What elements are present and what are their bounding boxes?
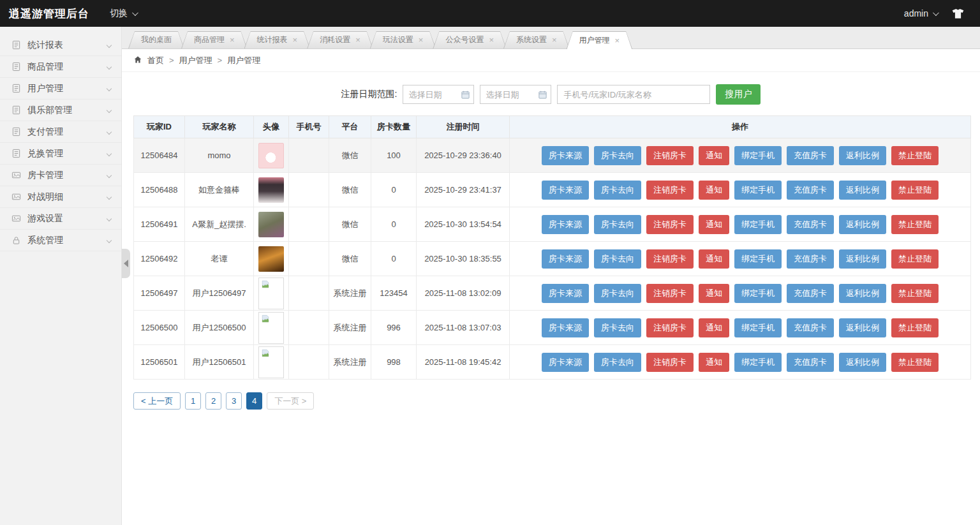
theme-shirt-icon[interactable] [951, 8, 965, 19]
action-禁止登陆-button[interactable]: 禁止登陆 [891, 181, 939, 200]
sidebar-item-兑换管理[interactable]: 兑换管理 [0, 143, 121, 165]
close-icon[interactable]: × [355, 36, 360, 44]
action-绑定手机-button[interactable]: 绑定手机 [734, 249, 782, 269]
action-房卡来源-button[interactable]: 房卡来源 [542, 353, 589, 372]
breadcrumb-item[interactable]: 用户管理 [227, 55, 260, 66]
sidebar-item-系统管理[interactable]: 系统管理 [0, 230, 121, 251]
action-返利比例-button[interactable]: 返利比例 [839, 353, 886, 372]
pagination-page-2[interactable]: 2 [205, 392, 221, 410]
action-充值房卡-button[interactable]: 充值房卡 [787, 284, 834, 303]
action-绑定手机-button[interactable]: 绑定手机 [734, 353, 782, 372]
pagination-page-3[interactable]: 3 [226, 392, 242, 410]
action-禁止登陆-button[interactable]: 禁止登陆 [891, 284, 939, 303]
action-禁止登陆-button[interactable]: 禁止登陆 [891, 353, 939, 372]
action-绑定手机-button[interactable]: 绑定手机 [734, 181, 782, 200]
action-充值房卡-button[interactable]: 充值房卡 [787, 249, 834, 269]
action-禁止登陆-button[interactable]: 禁止登陆 [891, 249, 939, 269]
action-返利比例-button[interactable]: 返利比例 [839, 318, 886, 337]
action-返利比例-button[interactable]: 返利比例 [839, 215, 886, 234]
sidebar-item-统计报表[interactable]: 统计报表 [0, 34, 121, 56]
action-返利比例-button[interactable]: 返利比例 [839, 249, 886, 269]
breadcrumb-item[interactable]: 首页 [147, 55, 164, 66]
action-房卡来源-button[interactable]: 房卡来源 [542, 181, 589, 200]
action-注销房卡-button[interactable]: 注销房卡 [646, 215, 694, 234]
close-icon[interactable]: × [489, 36, 494, 44]
action-注销房卡-button[interactable]: 注销房卡 [646, 284, 694, 303]
close-icon[interactable]: × [419, 36, 424, 44]
action-禁止登陆-button[interactable]: 禁止登陆 [891, 215, 939, 234]
close-icon[interactable]: × [293, 36, 298, 44]
action-房卡来源-button[interactable]: 房卡来源 [542, 215, 589, 234]
switch-menu[interactable]: 切换 [110, 8, 137, 19]
tab-系统设置[interactable]: 系统设置× [503, 31, 570, 48]
action-房卡去向-button[interactable]: 房卡去向 [594, 353, 641, 372]
tab-商品管理[interactable]: 商品管理× [181, 31, 248, 48]
close-icon[interactable]: × [552, 36, 557, 44]
action-充值房卡-button[interactable]: 充值房卡 [787, 181, 834, 200]
sidebar-item-房卡管理[interactable]: 房卡管理 [0, 165, 121, 186]
action-注销房卡-button[interactable]: 注销房卡 [646, 249, 694, 269]
calendar-icon[interactable] [461, 90, 470, 102]
date-start-field[interactable] [403, 85, 474, 104]
action-充值房卡-button[interactable]: 充值房卡 [787, 318, 834, 337]
action-充值房卡-button[interactable]: 充值房卡 [787, 215, 834, 234]
close-icon[interactable]: × [615, 36, 620, 45]
action-房卡来源-button[interactable]: 房卡来源 [542, 146, 589, 165]
action-通知-button[interactable]: 通知 [699, 146, 729, 165]
action-通知-button[interactable]: 通知 [699, 249, 729, 269]
action-通知-button[interactable]: 通知 [699, 284, 729, 303]
sidebar-collapse-handle[interactable] [122, 249, 130, 278]
pagination-prev-button[interactable]: < 上一页 [133, 392, 181, 410]
action-房卡去向-button[interactable]: 房卡去向 [594, 249, 641, 269]
action-房卡来源-button[interactable]: 房卡来源 [542, 318, 589, 337]
tab-统计报表[interactable]: 统计报表× [244, 31, 311, 48]
sidebar-item-用户管理[interactable]: 用户管理 [0, 78, 121, 100]
action-房卡去向-button[interactable]: 房卡去向 [594, 284, 641, 303]
action-注销房卡-button[interactable]: 注销房卡 [646, 181, 694, 200]
action-充值房卡-button[interactable]: 充值房卡 [787, 146, 834, 165]
action-绑定手机-button[interactable]: 绑定手机 [734, 318, 782, 337]
action-绑定手机-button[interactable]: 绑定手机 [734, 284, 782, 303]
action-返利比例-button[interactable]: 返利比例 [839, 181, 886, 200]
action-通知-button[interactable]: 通知 [699, 353, 729, 372]
sidebar-item-label: 用户管理 [27, 83, 63, 94]
pagination-page-4[interactable]: 4 [246, 392, 262, 410]
action-房卡来源-button[interactable]: 房卡来源 [542, 284, 589, 303]
tab-玩法设置[interactable]: 玩法设置× [370, 31, 436, 48]
action-注销房卡-button[interactable]: 注销房卡 [646, 318, 694, 337]
sidebar-item-俱乐部管理[interactable]: 俱乐部管理 [0, 100, 121, 121]
calendar-icon[interactable] [538, 90, 547, 102]
date-end-field[interactable] [480, 85, 551, 104]
sidebar-item-支付管理[interactable]: 支付管理 [0, 121, 121, 143]
user-menu[interactable]: admin [904, 8, 937, 18]
sidebar-item-对战明细[interactable]: 对战明细 [0, 186, 121, 208]
action-房卡去向-button[interactable]: 房卡去向 [594, 318, 641, 337]
breadcrumb-item[interactable]: 用户管理 [179, 55, 212, 66]
action-通知-button[interactable]: 通知 [699, 318, 729, 337]
action-房卡来源-button[interactable]: 房卡来源 [542, 249, 589, 269]
action-注销房卡-button[interactable]: 注销房卡 [646, 146, 694, 165]
action-注销房卡-button[interactable]: 注销房卡 [646, 353, 694, 372]
action-返利比例-button[interactable]: 返利比例 [839, 284, 886, 303]
action-充值房卡-button[interactable]: 充值房卡 [787, 353, 834, 372]
tab-公众号设置[interactable]: 公众号设置× [433, 31, 507, 48]
tab-用户管理[interactable]: 用户管理× [567, 31, 633, 49]
close-icon[interactable]: × [230, 36, 235, 44]
sidebar-item-商品管理[interactable]: 商品管理 [0, 56, 121, 78]
search-user-button[interactable]: 搜用户 [716, 84, 761, 105]
action-房卡去向-button[interactable]: 房卡去向 [594, 146, 641, 165]
sidebar-item-游戏设置[interactable]: 游戏设置 [0, 208, 121, 230]
action-返利比例-button[interactable]: 返利比例 [839, 146, 886, 165]
keyword-search-input[interactable] [557, 85, 710, 104]
action-房卡去向-button[interactable]: 房卡去向 [594, 181, 641, 200]
tab-我的桌面[interactable]: 我的桌面 [128, 31, 184, 48]
tab-消耗设置[interactable]: 消耗设置× [307, 31, 373, 48]
action-禁止登陆-button[interactable]: 禁止登陆 [891, 146, 939, 165]
pagination-page-1[interactable]: 1 [185, 392, 201, 410]
action-通知-button[interactable]: 通知 [699, 181, 729, 200]
action-绑定手机-button[interactable]: 绑定手机 [734, 146, 782, 165]
action-房卡去向-button[interactable]: 房卡去向 [594, 215, 641, 234]
action-绑定手机-button[interactable]: 绑定手机 [734, 215, 782, 234]
action-通知-button[interactable]: 通知 [699, 215, 729, 234]
action-禁止登陆-button[interactable]: 禁止登陆 [891, 318, 939, 337]
